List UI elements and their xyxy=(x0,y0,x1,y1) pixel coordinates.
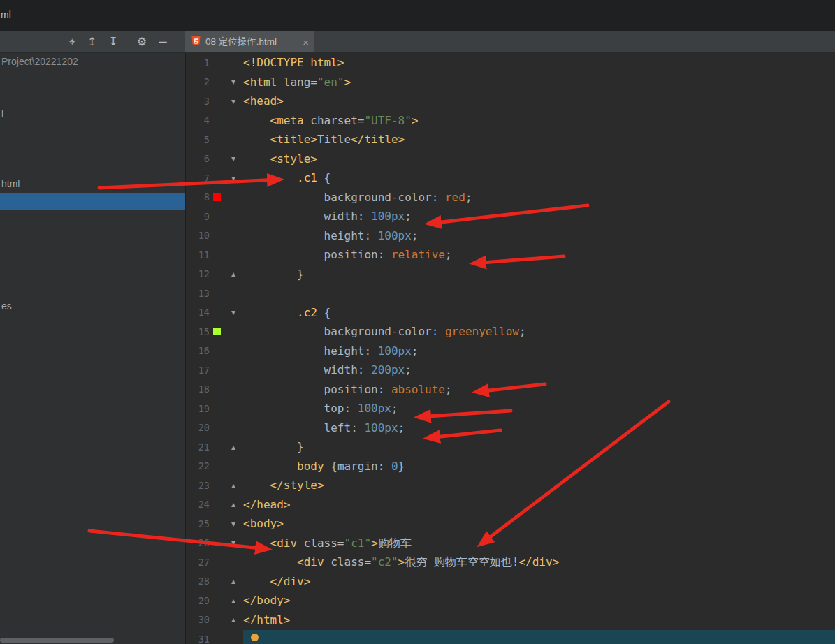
fold-marker-icon[interactable]: ▾ xyxy=(224,520,243,528)
line-number: 11 xyxy=(186,249,210,261)
line-number: 4 xyxy=(186,115,210,126)
project-panel: Project\20221202lhtmles xyxy=(0,53,185,644)
code-line[interactable]: 25▾<body> xyxy=(186,514,835,534)
code-text: <html lang="en"> xyxy=(243,73,351,92)
panel-toolbar: ⌖↥↧⚙─ xyxy=(69,31,167,52)
code-text: background-color: red; xyxy=(243,188,472,207)
tree-item[interactable]: es xyxy=(1,300,12,312)
code-text: </div> xyxy=(243,572,310,592)
code-line[interactable]: 23▴ </style> xyxy=(186,476,835,495)
code-line[interactable]: 21▴ } xyxy=(186,437,835,457)
code-line[interactable]: 16 height: 100px; xyxy=(186,342,835,361)
code-line[interactable]: 26▾ <div class="c1">购物车 xyxy=(186,534,835,553)
color-swatch[interactable] xyxy=(210,193,224,201)
code-line[interactable]: 7▾ .c1 { xyxy=(186,168,835,188)
code-line[interactable]: 29▴</body> xyxy=(186,591,835,610)
code-line[interactable]: 19 top: 100px; xyxy=(186,399,835,418)
line-number: 6 xyxy=(186,153,210,164)
fold-marker-icon[interactable]: ▴ xyxy=(224,481,243,490)
code-line[interactable]: 14▾ .c2 { xyxy=(186,303,835,323)
code-line[interactable]: 10 height: 100px; xyxy=(186,226,835,246)
code-text: .c2 { xyxy=(243,303,331,323)
settings-gear-icon[interactable]: ⚙ xyxy=(137,36,147,47)
fold-marker-icon[interactable]: ▾ xyxy=(224,174,243,182)
horizontal-scrollbar-thumb[interactable] xyxy=(0,638,114,643)
tree-item[interactable]: l xyxy=(1,108,3,119)
line-number: 21 xyxy=(186,441,210,453)
fold-marker-icon[interactable]: ▾ xyxy=(224,97,243,105)
code-text: left: 100px; xyxy=(243,418,405,438)
tree-item[interactable]: Project\20221202 xyxy=(1,56,78,67)
ide-window: ml ⌖↥↧⚙─ 08 定位操作.html × Project\20221202… xyxy=(0,0,835,644)
code-line[interactable]: 17 width: 200px; xyxy=(186,360,835,380)
code-line[interactable]: 15 background-color: greenyellow; xyxy=(186,322,835,342)
editor: 1<!DOCTYPE html>2▾<html lang="en">3▾<hea… xyxy=(185,53,835,644)
scroll-down-icon[interactable]: ↧ xyxy=(108,36,117,47)
code-line[interactable]: 11 position: relative; xyxy=(186,245,835,265)
line-number: 18 xyxy=(186,383,210,395)
project-tree: Project\20221202lhtmles xyxy=(0,53,185,644)
line-number: 26 xyxy=(186,537,210,548)
code-text: } xyxy=(243,265,304,284)
code-text: <meta charset="UTF-8"> xyxy=(243,111,418,131)
line-number: 22 xyxy=(186,460,210,471)
line-number: 2 xyxy=(186,76,210,87)
fold-marker-icon[interactable]: ▾ xyxy=(224,308,243,316)
code-line[interactable]: 13 xyxy=(186,284,835,303)
fold-marker-icon[interactable]: ▴ xyxy=(224,500,243,508)
code-line[interactable]: 24▴</head> xyxy=(186,495,835,515)
fold-marker-icon[interactable]: ▴ xyxy=(224,577,243,585)
line-number: 28 xyxy=(186,576,210,587)
line-number: 12 xyxy=(186,268,210,279)
code-line[interactable]: 28▴ </div> xyxy=(186,572,835,592)
line-number: 9 xyxy=(186,211,210,222)
code-text: </body> xyxy=(243,591,290,610)
hide-panel-icon[interactable]: ─ xyxy=(159,36,166,47)
code-line[interactable]: 22 body {margin: 0} xyxy=(186,457,835,476)
code-line[interactable]: 20 left: 100px; xyxy=(186,418,835,438)
close-tab-icon[interactable]: × xyxy=(303,37,309,47)
bottom-tool-strip xyxy=(243,630,835,644)
line-number: 29 xyxy=(186,595,210,606)
scroll-up-icon[interactable]: ↥ xyxy=(87,36,96,47)
fold-marker-icon[interactable]: ▾ xyxy=(224,539,243,547)
code-text: width: 200px; xyxy=(243,360,412,380)
fold-marker-icon[interactable]: ▾ xyxy=(224,78,243,86)
code-line[interactable]: 30▴</html> xyxy=(186,610,835,630)
line-number: 3 xyxy=(186,96,210,107)
fold-marker-icon[interactable]: ▴ xyxy=(224,615,243,624)
fold-marker-icon[interactable]: ▴ xyxy=(224,597,243,605)
html-file-icon xyxy=(191,36,201,49)
fold-marker-icon[interactable]: ▾ xyxy=(224,154,243,163)
code-text: height: 100px; xyxy=(243,226,418,246)
code-line[interactable]: 9 width: 100px; xyxy=(186,207,835,226)
tab-08-positioning-html[interactable]: 08 定位操作.html × xyxy=(185,31,314,52)
line-number: 5 xyxy=(186,134,210,145)
title-bar-text: ml xyxy=(1,9,11,20)
fold-marker-icon[interactable]: ▴ xyxy=(224,443,243,451)
code-text: </html> xyxy=(243,610,290,630)
code-line[interactable]: 6▾ <style> xyxy=(186,149,835,169)
code-line[interactable]: 12▴ } xyxy=(186,265,835,284)
tree-item[interactable]: html xyxy=(1,178,20,189)
code-line[interactable]: 27 <div class="c2">很穷 购物车空空如也!</div> xyxy=(186,552,835,572)
fold-marker-icon[interactable]: ▴ xyxy=(224,270,243,278)
code-text: <!DOCTYPE html> xyxy=(243,53,344,73)
code-line[interactable]: 4 <meta charset="UTF-8"> xyxy=(186,111,835,131)
title-bar: ml xyxy=(0,0,835,31)
code-text: <body> xyxy=(243,514,284,534)
code-line[interactable]: 1<!DOCTYPE html> xyxy=(186,53,835,73)
code-text: height: 100px; xyxy=(243,342,418,361)
line-number: 7 xyxy=(186,173,210,184)
code-line[interactable]: 5 <title>Title</title> xyxy=(186,130,835,149)
line-number: 1 xyxy=(186,57,210,68)
code-text: </style> xyxy=(243,476,324,495)
code-line[interactable]: 3▾<head> xyxy=(186,92,835,111)
tab-label: 08 定位操作.html xyxy=(205,36,298,48)
code-line[interactable]: 8 background-color: red; xyxy=(186,188,835,207)
code-text: <style> xyxy=(243,149,317,169)
color-swatch[interactable] xyxy=(210,328,224,335)
code-line[interactable]: 18 position: absolute; xyxy=(186,380,835,400)
code-line[interactable]: 2▾<html lang="en"> xyxy=(186,73,835,92)
locate-file-icon[interactable]: ⌖ xyxy=(69,36,75,47)
